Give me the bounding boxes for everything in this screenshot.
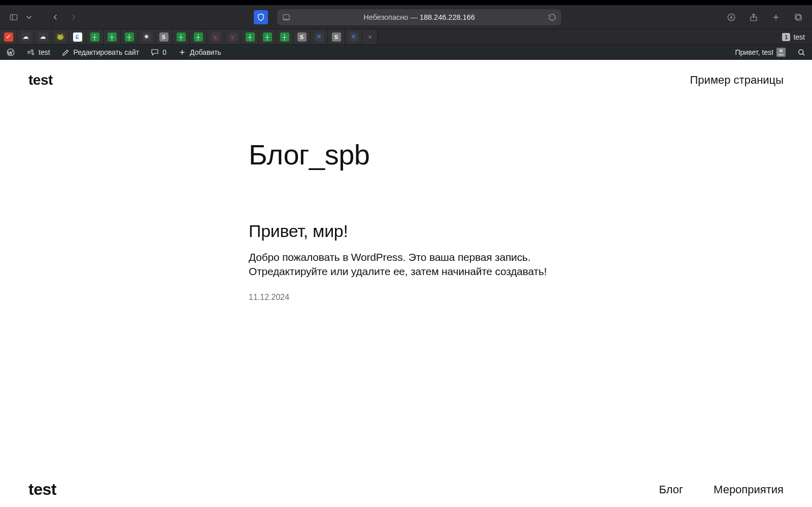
active-tab[interactable]: 1 test (378, 29, 812, 44)
sheets-icon-4: ┼ (177, 32, 186, 42)
tab-favicon[interactable]: ┼ (104, 29, 121, 44)
avatar (776, 48, 786, 57)
tab-favicon[interactable]: 🐸 (52, 29, 69, 44)
confluence-icon-1: ✕ (315, 32, 324, 42)
slack-s-icon-2: S (297, 32, 307, 42)
address-text: Небезопасно — 188.246.228.166 (363, 13, 475, 21)
address-bar[interactable]: Небезопасно — 188.246.228.166 (277, 9, 561, 25)
tab-favicon[interactable]: ☁ (35, 29, 52, 44)
sheets-icon-8: ┼ (280, 32, 289, 42)
tab-favicon[interactable]: ☁ (17, 29, 35, 44)
wp-greeting-text: Привет, test (735, 48, 773, 56)
tab-favicon[interactable]: ┼ (173, 29, 190, 44)
site-header: test Пример страницы (0, 60, 812, 90)
tab-favicon[interactable]: ┼ (242, 29, 259, 44)
active-tab-title: test (793, 33, 812, 41)
wp-add-new-label: Добавить (190, 48, 221, 56)
wp-admin-bar: test Редактировать сайт 0 Добавить Приве… (0, 45, 812, 60)
reader-mode-icon[interactable] (282, 13, 290, 21)
svg-point-20 (799, 50, 803, 54)
downloads-button[interactable] (724, 10, 739, 25)
site-footer: test Блог Мероприятия (0, 480, 812, 507)
sheets-icon-3: ┼ (125, 32, 134, 42)
cloud-icon-1: ☁ (21, 32, 30, 42)
sheets-icon-6: ┼ (246, 32, 255, 42)
sidebar-toggle-button[interactable] (6, 10, 21, 25)
svg-line-21 (803, 54, 804, 55)
e-badge-icon: E (73, 32, 82, 42)
share-button[interactable] (746, 10, 761, 25)
tab-favicon[interactable]: ┼ (121, 29, 138, 44)
post-date[interactable]: 11.12.2024 (249, 293, 573, 302)
footer-site-title[interactable]: test (28, 480, 56, 499)
sheets-icon-7: ┼ (263, 32, 272, 42)
sheets-icon-1: ┼ (90, 32, 99, 42)
cloud-icon-2: ☁ (39, 32, 48, 42)
close-tab-button[interactable] (362, 29, 378, 44)
footer-nav-blog[interactable]: Блог (659, 483, 684, 496)
wp-site-link[interactable]: test (24, 45, 52, 60)
tab-favicon[interactable]: E (69, 29, 86, 44)
svg-rect-9 (796, 15, 801, 20)
tab-favicon[interactable]: ┼ (86, 29, 104, 44)
wp-comments-count: 0 (162, 48, 166, 56)
back-button[interactable] (48, 10, 63, 25)
new-tab-button[interactable] (768, 10, 784, 25)
svg-rect-10 (795, 14, 800, 19)
forward-button[interactable] (66, 10, 81, 25)
red-s-icon-1: s (211, 32, 220, 42)
todoist-icon: ✓ (4, 32, 13, 42)
tab-favicon[interactable]: c (224, 29, 242, 44)
tab-favicon[interactable]: S (155, 29, 173, 44)
page-title: Блог_spb (249, 139, 573, 171)
svg-point-14 (28, 51, 30, 54)
tabs-overview-button[interactable] (791, 10, 806, 25)
tab-favicon[interactable]: s (207, 29, 224, 44)
password-manager-icon[interactable] (254, 10, 268, 24)
tab-favicon[interactable]: ┼ (276, 29, 293, 44)
tab-favicon[interactable]: S (293, 29, 311, 44)
footer-nav-events[interactable]: Мероприятия (714, 483, 784, 496)
wp-edit-site-label: Редактировать сайт (74, 48, 140, 56)
tab-favicon[interactable]: ✳ (138, 29, 155, 44)
site-title[interactable]: test (28, 72, 53, 88)
svg-point-19 (780, 49, 783, 52)
primary-nav: Пример страницы (690, 74, 784, 87)
spark-icon: ✳ (142, 32, 151, 42)
wp-logo-icon[interactable] (4, 45, 17, 60)
tab-count-badge: 1 (782, 33, 790, 41)
wp-search-button[interactable] (795, 45, 808, 60)
frog-icon: 🐸 (56, 32, 65, 42)
svg-point-15 (31, 50, 33, 52)
svg-point-16 (32, 53, 34, 55)
slack-s-icon-3: S (332, 32, 341, 42)
nav-sample-page[interactable]: Пример страницы (690, 74, 784, 86)
wp-edit-site[interactable]: Редактировать сайт (59, 45, 142, 60)
tab-favicon[interactable]: S (328, 29, 345, 44)
browser-toolbar: Небезопасно — 188.246.228.166 (0, 5, 812, 29)
tab-favicon[interactable]: ✓ (0, 29, 17, 44)
post-excerpt: Добро пожаловать в WordPress. Это ваша п… (249, 250, 573, 279)
sheets-icon-2: ┼ (108, 32, 117, 42)
confluence-icon-2: ✕ (349, 32, 358, 42)
wp-add-new[interactable]: Добавить (176, 45, 223, 60)
wp-comments[interactable]: 0 (148, 45, 168, 60)
red-c-icon: c (228, 32, 238, 42)
slack-s-icon-1: S (159, 32, 168, 42)
post-title[interactable]: Привет, мир! (249, 221, 573, 241)
wp-site-name: test (39, 48, 50, 56)
tab-favicon[interactable]: ┼ (259, 29, 276, 44)
reload-button[interactable] (548, 13, 556, 21)
tab-favicon[interactable]: ✕ (345, 29, 362, 44)
svg-rect-0 (10, 14, 17, 20)
page-content: test Пример страницы Блог_spb Привет, ми… (0, 60, 812, 507)
toolbar-dropdown-button[interactable] (24, 10, 33, 25)
sheets-icon-5: ┼ (194, 32, 203, 42)
tab-strip: ✓☁☁🐸E┼┼┼✳S┼┼sc┼┼┼S✕S✕ 1 test (0, 29, 812, 45)
tab-favicon[interactable]: ┼ (190, 29, 207, 44)
tab-favicon[interactable]: ✕ (311, 29, 328, 44)
wp-user-greeting[interactable]: Привет, test (733, 45, 788, 60)
